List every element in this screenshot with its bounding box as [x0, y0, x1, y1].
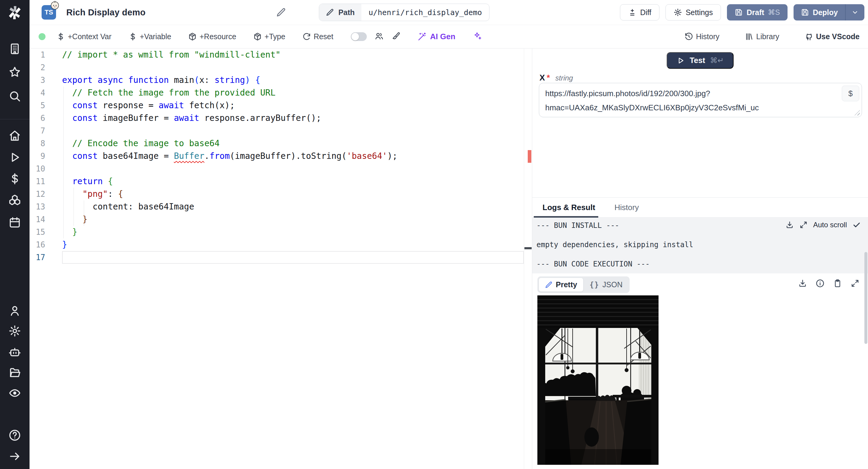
code-lines[interactable]: 1// import * as wmill from "windmill-cli…: [30, 49, 524, 264]
play-icon: [676, 56, 685, 65]
schedules-icon[interactable]: [8, 216, 21, 229]
test-shortcut: ⌘↵: [710, 56, 724, 65]
chevron-down-icon: [851, 8, 859, 16]
code-line[interactable]: 12 "png": {: [30, 188, 524, 200]
wand-sparkles-icon: [417, 32, 427, 41]
typescript-badge: TS: [41, 5, 56, 20]
expand-result-icon[interactable]: [850, 279, 860, 288]
tab-logs-result[interactable]: Logs & Result: [542, 203, 595, 212]
deploy-dropdown-button[interactable]: [846, 4, 864, 21]
edit-summary-pencil-icon[interactable]: [276, 7, 286, 18]
info-icon[interactable]: [815, 279, 825, 288]
workers-icon[interactable]: [8, 346, 21, 358]
library-icon: [745, 32, 753, 41]
favorites-icon[interactable]: [8, 66, 21, 79]
add-resource-button[interactable]: +Resource: [188, 32, 236, 41]
diff-button[interactable]: Diff: [620, 4, 659, 21]
resize-handle[interactable]: [855, 110, 860, 116]
result-image: [537, 295, 658, 465]
path-label: Path: [338, 8, 355, 17]
variables-icon[interactable]: [8, 173, 21, 185]
user-icon[interactable]: [8, 305, 21, 317]
search-icon[interactable]: [8, 90, 21, 102]
save-icon: [735, 8, 743, 17]
code-line[interactable]: 14 }: [30, 213, 524, 226]
path-value[interactable]: u/henri/rich_display_demo: [361, 8, 489, 17]
home-icon[interactable]: [8, 129, 21, 142]
code-line[interactable]: 3export async function main(x: string) {: [30, 74, 524, 87]
line-number: 16: [30, 239, 62, 251]
insert-variable-button[interactable]: $: [842, 86, 859, 101]
ai-gen-button[interactable]: AI Gen: [417, 32, 456, 41]
argument-value-line-1: https://fastly.picsum.photos/id/192/200/…: [545, 87, 835, 101]
panel-scrollbar[interactable]: [864, 252, 867, 344]
reset-button[interactable]: Reset: [302, 32, 333, 41]
json-tab[interactable]: {} JSON: [584, 278, 629, 291]
copy-clipboard-icon[interactable]: [833, 279, 842, 288]
diff-icon: [628, 8, 637, 17]
multiplayer-icon[interactable]: [375, 32, 384, 42]
add-type-label: +Type: [265, 32, 285, 41]
code-line[interactable]: 4 // Fetch the image from the provided U…: [30, 87, 524, 99]
code-line[interactable]: 17: [30, 251, 524, 264]
code-line[interactable]: 6 const imageBuffer = await response.arr…: [30, 112, 524, 124]
windmill-app: TS Rich Display demo Path u/henri/rich_d…: [0, 0, 868, 469]
deploy-button[interactable]: Deploy: [794, 4, 845, 21]
check-icon[interactable]: [852, 221, 861, 229]
code-line[interactable]: 13 content: base64Image: [30, 200, 524, 213]
code-line[interactable]: 8 // Encode the image to base64: [30, 137, 524, 150]
line-number: 11: [30, 175, 62, 188]
history-icon: [684, 32, 693, 41]
download-logs-icon[interactable]: [785, 221, 794, 229]
add-context-var-button[interactable]: +Context Var: [56, 32, 112, 41]
toolbar-right: History Library Use VScode: [684, 32, 860, 41]
draft-button[interactable]: Draft ⌘S: [727, 4, 787, 21]
code-line[interactable]: 15 }: [30, 226, 524, 239]
code-line[interactable]: 7: [30, 124, 524, 137]
code-editor[interactable]: 1// import * as wmill from "windmill-cli…: [30, 49, 532, 469]
download-result-icon[interactable]: [798, 279, 807, 288]
argument-header: X * string: [539, 73, 573, 83]
library-button[interactable]: Library: [745, 32, 779, 41]
code-line[interactable]: 10: [30, 162, 524, 175]
code-line-text: content: base64Image: [62, 200, 524, 213]
path-editor[interactable]: Path u/henri/rich_display_demo: [319, 4, 490, 21]
resources-icon[interactable]: [8, 194, 21, 207]
test-button-label: Test: [689, 56, 705, 65]
settings-button[interactable]: Settings: [665, 4, 721, 21]
workspace-icon[interactable]: [8, 42, 21, 55]
settings-icon[interactable]: [8, 324, 21, 337]
pretty-tab[interactable]: Pretty: [538, 278, 584, 292]
code-line-text: const base64Image = Buffer.from(imageBuf…: [62, 150, 524, 162]
collapse-icon[interactable]: [8, 450, 21, 463]
json-tab-label: JSON: [602, 280, 623, 289]
code-line[interactable]: 11 return {: [30, 175, 524, 188]
code-line[interactable]: 2: [30, 61, 524, 74]
expand-logs-icon[interactable]: [799, 221, 808, 229]
history-button[interactable]: History: [684, 32, 719, 41]
line-number: 1: [30, 49, 62, 61]
folders-icon[interactable]: [8, 366, 21, 379]
windmill-logo-icon[interactable]: [7, 5, 23, 21]
add-type-button[interactable]: +Type: [253, 32, 285, 41]
add-variable-button[interactable]: +Variable: [128, 32, 171, 41]
code-line[interactable]: 16}: [30, 239, 524, 251]
code-line[interactable]: 5 const response = await fetch(x);: [30, 99, 524, 112]
log-output[interactable]: --- BUN INSTALL --- empty dependencies, …: [532, 218, 868, 273]
tab-history[interactable]: History: [615, 203, 639, 212]
diff-mode-toggle[interactable]: [351, 32, 367, 41]
runs-icon[interactable]: [8, 151, 21, 164]
code-line[interactable]: 9 const base64Image = Buffer.from(imageB…: [30, 150, 524, 162]
code-line[interactable]: 1// import * as wmill from "windmill-cli…: [30, 49, 524, 61]
format-brush-icon[interactable]: [392, 32, 401, 42]
auto-scroll-label: Auto scroll: [813, 221, 847, 229]
path-pencil-icon: [326, 8, 334, 17]
use-vscode-button[interactable]: Use VScode: [804, 32, 860, 41]
help-icon[interactable]: [8, 429, 21, 442]
test-button[interactable]: Test ⌘↵: [667, 52, 733, 69]
argument-input[interactable]: https://fastly.picsum.photos/id/192/200/…: [539, 83, 862, 117]
audit-icon[interactable]: [8, 387, 21, 399]
code-line-text: }: [62, 239, 524, 251]
sparkles-icon[interactable]: [473, 32, 482, 42]
path-label-section[interactable]: Path: [319, 4, 361, 21]
